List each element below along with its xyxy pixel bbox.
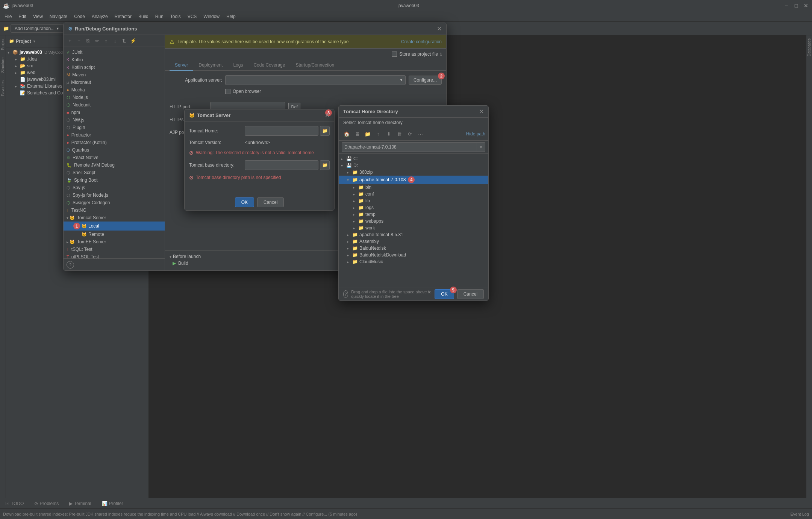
tab-logs[interactable]: Logs <box>228 60 248 71</box>
nodejs-label: Node.js <box>73 95 88 100</box>
move-up-button[interactable]: ↑ <box>102 37 110 45</box>
dtree-spring-boot[interactable]: 🍃 Spring Boot <box>64 176 165 184</box>
tab-server[interactable]: Server <box>170 60 193 71</box>
dtree-swagger[interactable]: ⬡ Swagger Codegen <box>64 199 165 206</box>
dtree-maven[interactable]: M Maven <box>64 71 165 79</box>
configure-button[interactable]: Configure... <box>409 76 442 85</box>
dtree-tomcat-local[interactable]: 1 🐱 Local <box>64 222 165 231</box>
c-drive-icon: 💾 <box>346 156 352 161</box>
tab-code-coverage[interactable]: Code Coverage <box>248 60 290 71</box>
tomcat-home-close-button[interactable]: ✕ <box>479 108 484 115</box>
dtree-protractor-kotlin[interactable]: ● Protractor (Kotlin) <box>64 139 165 146</box>
home-dir-icon[interactable]: 🏠 <box>342 129 351 139</box>
copy-config-button[interactable]: ⎘ <box>84 37 92 45</box>
arrow-up-icon[interactable]: ↑ <box>373 129 383 139</box>
create-config-link[interactable]: Create configuration <box>401 39 442 44</box>
dtree-nodeunit[interactable]: ⬡ Nodeunit <box>64 101 165 109</box>
new-folder-icon[interactable]: 📁 <box>363 129 373 139</box>
dtree-react-native[interactable]: ⚛ React Native <box>64 154 165 161</box>
conf-arrow: ▸ <box>353 192 358 196</box>
spyjs-node-label: Spy-js for Node.js <box>73 193 108 198</box>
dtree-protractor[interactable]: ● Protractor <box>64 131 165 139</box>
file-item-logs[interactable]: ▸ 📁 logs <box>339 204 488 211</box>
dtree-kotlin-script[interactable]: K Kotlin script <box>64 64 165 71</box>
dtree-nwjs[interactable]: ⬡ NW.js <box>64 116 165 124</box>
open-browser-checkbox[interactable] <box>225 89 230 94</box>
dtree-micronaut[interactable]: μ Micronaut <box>64 79 165 86</box>
file-item-bin[interactable]: ▸ 📁 bin <box>339 184 488 191</box>
dtree-tomcat-remote[interactable]: 🐱 Remote <box>64 231 165 238</box>
temp-icon: 📁 <box>358 212 364 217</box>
store-project-file-checkbox[interactable] <box>392 52 397 57</box>
tomcat-home-browse-button[interactable]: 📁 <box>320 126 330 136</box>
warning-circle-icon: ⊘ <box>189 150 194 156</box>
delete-icon[interactable]: 🗑 <box>394 129 404 139</box>
tomcat-remote-label: Remote <box>88 232 104 237</box>
file-item-cloudmusic[interactable]: ▸ 📁 CloudMusic <box>339 258 488 265</box>
base-dir-browse-button[interactable]: 📁 <box>320 160 330 170</box>
file-item-tomcat7[interactable]: ▾ 📁 apache-tomcat-7.0.108 4 <box>339 176 488 184</box>
tomcat-cancel-button[interactable]: Cancel <box>257 197 284 207</box>
dtree-tomee[interactable]: ▸ 🐱 TomEE Server <box>64 238 165 246</box>
edit-template-button[interactable]: ✏ <box>93 37 101 45</box>
dtree-remote-jvm[interactable]: 🐛 Remote JVM Debug <box>64 161 165 169</box>
before-launch-chevron[interactable]: ▾ <box>170 255 171 259</box>
file-item-webapps[interactable]: ▸ 📁 webapps <box>339 218 488 225</box>
help-button[interactable]: ? <box>67 261 74 269</box>
dtree-junit[interactable]: ✓ JUnit <box>64 49 165 56</box>
tomcat-close-button[interactable]: ✕ <box>325 112 330 119</box>
path-dropdown-button[interactable]: ▼ <box>477 142 485 152</box>
dtree-kotlin[interactable]: K Kotlin <box>64 56 165 64</box>
move-down-button[interactable]: ↓ <box>111 37 119 45</box>
desktop-icon[interactable]: 🖥 <box>352 129 362 139</box>
dtree-shell-script[interactable]: ⬡ Shell Script <box>64 169 165 176</box>
dtree-mocha[interactable]: ● Mocha <box>64 86 165 94</box>
base-dir-input[interactable] <box>245 160 318 170</box>
file-item-work[interactable]: ▸ 📁 work <box>339 225 488 231</box>
share-button[interactable]: ⚡ <box>129 37 137 45</box>
dtree-tsqlt[interactable]: T tSQLt Test <box>64 246 165 253</box>
file-item-baidu-dl[interactable]: ▸ 📁 BaiduNetdiskDownload <box>339 252 488 258</box>
path-input[interactable] <box>342 142 477 152</box>
dtree-testng[interactable]: T TestNG <box>64 206 165 214</box>
tomcat-home-ok-button[interactable]: OK 5 <box>435 289 454 299</box>
run-debug-close-button[interactable]: ✕ <box>437 25 442 32</box>
file-item-360zip[interactable]: ▸ 📁 360zip <box>339 169 488 176</box>
download-icon[interactable]: ⬇ <box>384 129 394 139</box>
file-item-c[interactable]: ▸ 💾 C: <box>339 155 488 162</box>
file-item-tomcat85[interactable]: ▸ 📁 apache-tomcat-8.5.31 <box>339 231 488 238</box>
dtree-nodejs[interactable]: ⬡ Node.js <box>64 94 165 101</box>
file-item-d[interactable]: ▾ 💾 D: <box>339 162 488 169</box>
sort-button[interactable]: ⇅ <box>120 37 128 45</box>
warning-text: Warning: The selected directory is not a… <box>196 150 314 155</box>
dtree-quarkus[interactable]: Q Quarkus <box>64 146 165 154</box>
spring-boot-label: Spring Boot <box>74 178 98 183</box>
file-item-assembly[interactable]: ▸ 📁 Assembly <box>339 238 488 245</box>
tomcat-ok-button[interactable]: OK <box>235 197 254 207</box>
dtree-utplsql[interactable]: T utPLSQL Test <box>64 253 165 258</box>
file-item-lib[interactable]: ▸ 📁 lib <box>339 197 488 204</box>
file-item-conf[interactable]: ▸ 📁 conf <box>339 191 488 197</box>
tomcat-home-cancel-button[interactable]: Cancel <box>457 289 484 299</box>
dtree-tomcat-server[interactable]: ▾ 🐱 Tomcat Server <box>64 214 165 222</box>
tab-deployment[interactable]: Deployment <box>193 60 228 71</box>
dtree-plugin[interactable]: ⬡ Plugin <box>64 124 165 131</box>
tab-startup-connection[interactable]: Startup/Connection <box>290 60 339 71</box>
hide-path-button[interactable]: Hide path <box>466 131 485 137</box>
baidu-arrow: ▸ <box>347 246 351 250</box>
tomcat-home-help-button[interactable]: ? <box>343 290 348 298</box>
npm-label: npm <box>71 110 80 115</box>
logs-icon: 📁 <box>358 205 364 210</box>
dtree-npm[interactable]: ■ npm <box>64 109 165 116</box>
bin-arrow: ▸ <box>353 185 358 190</box>
dtree-spyjs[interactable]: ⬡ Spy-js <box>64 184 165 191</box>
more-icon[interactable]: ⋯ <box>415 129 425 139</box>
remove-config-button[interactable]: − <box>75 37 83 45</box>
file-item-temp[interactable]: ▸ 📁 temp <box>339 211 488 218</box>
add-config-tree-button[interactable]: + <box>66 37 74 45</box>
refresh-icon[interactable]: ⟳ <box>405 129 415 139</box>
file-item-baidu[interactable]: ▸ 📁 BaiduNetdisk <box>339 245 488 252</box>
dtree-spyjs-node[interactable]: ⬡ Spy-js for Node.js <box>64 191 165 199</box>
tomcat-home-input[interactable] <box>245 126 318 136</box>
app-server-select[interactable]: ▼ <box>225 75 406 85</box>
